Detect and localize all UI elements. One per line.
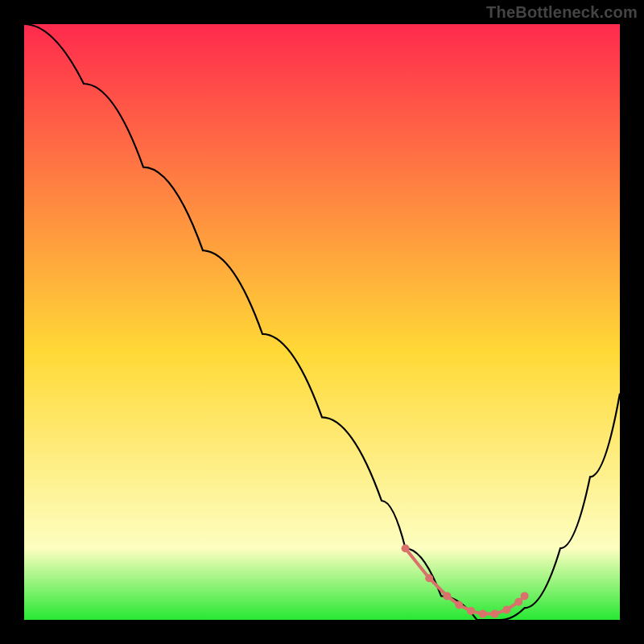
plot-area	[24, 24, 620, 620]
marker-dot	[467, 607, 475, 615]
marker-dot	[491, 610, 499, 618]
chart-frame: TheBottleneck.com	[0, 0, 644, 644]
gradient-background	[24, 24, 620, 620]
marker-dot	[502, 605, 510, 613]
watermark-text: TheBottleneck.com	[486, 3, 638, 22]
marker-dot	[443, 592, 451, 600]
marker-dot	[402, 544, 410, 552]
marker-dot	[521, 592, 529, 600]
marker-dot	[479, 610, 487, 618]
marker-dot	[455, 601, 463, 609]
marker-dot	[425, 574, 433, 582]
chart-svg	[24, 24, 620, 620]
marker-dot	[514, 598, 522, 606]
